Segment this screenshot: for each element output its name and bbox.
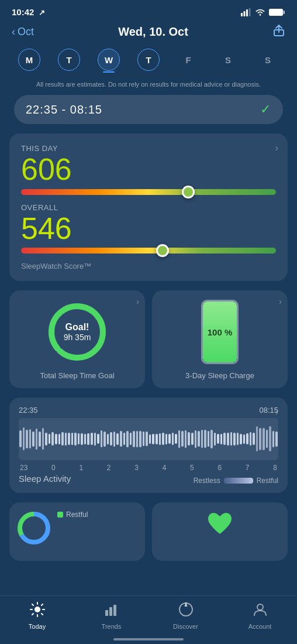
nav-account[interactable]: Account [243,602,278,630]
sleep-bar [133,431,135,447]
sleep-bar [78,433,80,444]
sleep-bar [23,427,25,450]
score-card-chevron-icon[interactable]: › [275,143,278,153]
disclaimer: All results are estimates. Do not rely o… [0,78,297,95]
svg-rect-5 [269,9,283,16]
day-selector: M T W T F S S [0,46,297,78]
day-wednesday[interactable]: W [98,49,120,71]
sleep-bar [220,434,223,444]
sleep-start-time: 22:35 [19,406,38,415]
sleep-bar [71,433,74,445]
svg-point-4 [260,14,261,16]
sleep-bar [42,428,44,450]
sleep-bar [51,432,54,446]
home-indicator [113,638,184,640]
partial-card-right [152,502,288,561]
sleep-bar [168,434,171,444]
sleep-bar [210,430,213,448]
sleep-bar [139,431,141,447]
nav-trends-label: Trends [102,623,122,630]
battery-percent-label: 100 % [208,327,233,337]
sleep-bar [68,433,70,445]
score-card: › THIS DAY 606 OVERALL 546 SleepWatch Sc… [9,133,288,280]
nav-today-label: Today [29,623,46,630]
sleep-bar [272,431,275,447]
sleep-bar [65,433,67,446]
sleep-bar [275,431,278,447]
sleep-bar [217,434,219,444]
svg-rect-6 [284,11,285,14]
sleep-bar [227,433,229,446]
goal-card: › Goal! 9h 35m Total Sleep Time Goal [9,290,145,388]
account-icon [253,602,268,621]
sleep-bar [201,430,203,448]
svg-line-20 [32,614,33,615]
sleep-bar [103,431,106,447]
time-range-pill[interactable]: 22:35 - 08:15 ✓ [14,95,283,124]
sleep-activity-chevron-icon[interactable]: › [275,407,278,417]
sleep-legend: Restless Restful [194,477,278,485]
status-icons [241,8,285,16]
sleep-bar [146,431,148,446]
sleep-bar [113,431,116,447]
sleep-bar [130,433,132,445]
day-monday[interactable]: M [18,49,40,71]
sleep-bar [253,433,255,445]
status-bar: 10:42 ↗ [0,0,297,20]
back-label: Oct [18,26,34,38]
charge-card-chevron-icon[interactable]: › [279,296,282,306]
sleep-bar [87,433,89,445]
svg-line-18 [32,604,33,605]
sleep-bar [263,428,265,450]
signal-icon [241,8,251,16]
sleep-bar [230,432,233,446]
sleep-bar [149,434,151,444]
sleep-bar [159,433,161,445]
trends-icon [104,602,119,621]
sleep-bar [208,431,210,447]
partial-card-left: Restful [9,502,145,561]
sleep-bar [94,433,96,446]
two-col-cards: › Goal! 9h 35m Total Sleep Time Goal › 1… [9,290,288,388]
goal-card-chevron-icon[interactable]: › [136,296,139,306]
sleep-bar [181,431,184,447]
svg-rect-3 [249,8,251,16]
sleep-bar [36,429,38,450]
sleep-bar [107,434,109,444]
sleep-bar [243,434,246,444]
today-icon [30,602,45,621]
partial-heart-icon [205,511,234,540]
nav-discover[interactable]: Discover [168,602,203,630]
sleep-bar [39,431,41,447]
sleep-score-label: SleepWatch Score™ [21,262,276,270]
back-chevron-icon: ‹ [12,26,15,38]
back-button[interactable]: ‹ Oct [12,26,34,38]
sleep-visualization [19,418,278,460]
svg-point-26 [257,604,263,610]
charge-card-label: 3-Day Sleep Charge [185,371,254,380]
nav-account-label: Account [248,623,272,630]
header: ‹ Oct Wed, 10. Oct [0,20,297,46]
overall-label: OVERALL [21,203,276,212]
share-button[interactable] [272,23,285,40]
day-saturday[interactable]: S [217,49,239,71]
sleep-bar [19,430,22,447]
day-tuesday[interactable]: T [58,49,80,71]
nav-today[interactable]: Today [20,602,55,630]
sleep-bar [110,432,112,446]
goal-text: Goal! 9h 35m [64,322,91,342]
svg-rect-2 [246,9,248,16]
sleep-bar [74,433,77,446]
day-sunday[interactable]: S [257,49,279,71]
day-thursday[interactable]: T [137,49,160,71]
sleep-bar [55,434,57,444]
sleep-bar [84,434,87,444]
sleep-bar [259,428,261,450]
sleep-bar [185,430,187,448]
day-friday[interactable]: F [177,49,199,71]
sleep-bar [156,434,158,444]
nav-trends[interactable]: Trends [94,602,129,630]
sleep-bar [26,430,28,448]
svg-rect-24 [113,605,116,616]
sleep-hour-labels: 23 0 1 2 3 4 5 6 7 8 [19,464,278,472]
